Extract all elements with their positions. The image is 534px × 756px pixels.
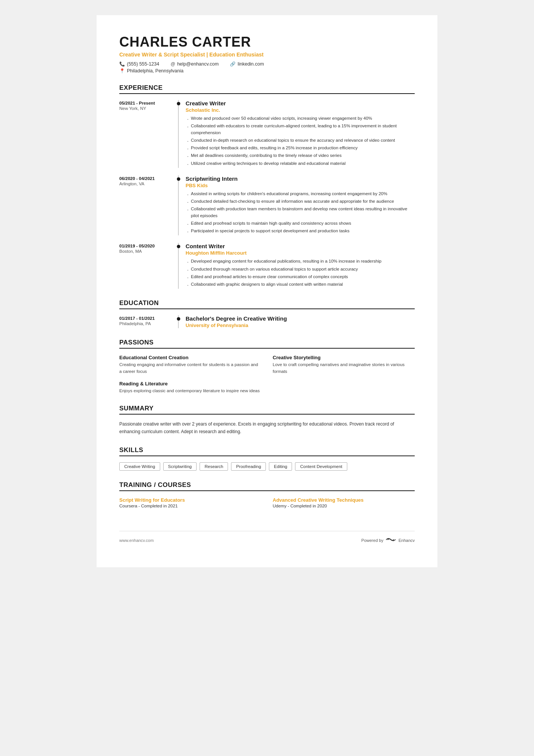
job-3-right: Content Writer Houghton Mifflin Harcourt… — [178, 243, 415, 289]
job-1-right: Creative Writer Scholastic Inc. Wrote an… — [178, 100, 415, 168]
footer: www.enhancv.com Powered by Enhancv — [119, 531, 415, 545]
job-3-date: 01/2019 - 05/2020 — [119, 244, 174, 248]
job-2: 06/2020 - 04/2021 Arlington, VA Scriptwr… — [119, 175, 415, 236]
training-section: TRAINING / COURSES Script Writing for Ed… — [119, 481, 415, 508]
skill-4: Editing — [269, 462, 292, 471]
footer-brand-name: Enhancv — [398, 538, 415, 543]
edu-right: Bachelor's Degree in Creative Writing Un… — [178, 315, 415, 328]
passion-0-desc: Creating engaging and informative conten… — [119, 362, 261, 375]
bullet: Participated in special projects to supp… — [186, 228, 415, 234]
edu-date: 01/2017 - 01/2021 — [119, 316, 174, 321]
job-2-left: 06/2020 - 04/2021 Arlington, VA — [119, 175, 178, 236]
linkedin-url: linkedin.com — [237, 61, 264, 67]
training-0: Script Writing for Educators Coursera - … — [119, 497, 261, 508]
passion-1: Creative Storytelling Love to craft comp… — [273, 355, 415, 375]
passions-grid: Educational Content Creation Creating en… — [119, 355, 415, 394]
passion-0-title: Educational Content Creation — [119, 355, 261, 360]
job-3: 01/2019 - 05/2020 Boston, MA Content Wri… — [119, 243, 415, 289]
location-icon: 📍 — [119, 68, 125, 74]
training-grid: Script Writing for Educators Coursera - … — [119, 497, 415, 508]
job-2-location: Arlington, VA — [119, 182, 174, 186]
location-row: 📍 Philadelphia, Pennsylvania — [119, 68, 415, 74]
passion-1-desc: Love to craft compelling narratives and … — [273, 362, 415, 375]
summary-section: SUMMARY Passionate creative writer with … — [119, 405, 415, 436]
contact-row: 📞 (555) 555-1234 @ help@enhancv.com 🔗 li… — [119, 61, 415, 67]
bullet: Assisted in writing scripts for children… — [186, 191, 415, 197]
candidate-title: Creative Writer & Script Specialist | Ed… — [119, 52, 415, 58]
training-1-name: Advanced Creative Writing Techniques — [273, 497, 415, 503]
job-1-location: New York, NY — [119, 106, 174, 111]
skill-3: Proofreading — [231, 462, 266, 471]
location-text: Philadelphia, Pennsylvania — [127, 68, 183, 74]
experience-section: EXPERIENCE 05/2021 - Present New York, N… — [119, 84, 415, 289]
passions-section: PASSIONS Educational Content Creation Cr… — [119, 339, 415, 394]
skill-0: Creative Writing — [119, 462, 160, 471]
email-contact: @ help@enhancv.com — [170, 61, 219, 67]
bullet: Utilized creative writing techniques to … — [186, 160, 415, 167]
education-heading: EDUCATION — [119, 299, 415, 309]
bullet: Provided script feedback and edits, resu… — [186, 145, 415, 151]
skill-2: Research — [200, 462, 228, 471]
skills-list: Creative Writing Scriptwriting Research … — [119, 462, 415, 471]
footer-website: www.enhancv.com — [119, 538, 154, 543]
experience-heading: EXPERIENCE — [119, 84, 415, 94]
phone-number: (555) 555-1234 — [127, 61, 159, 67]
job-3-left: 01/2019 - 05/2020 Boston, MA — [119, 243, 178, 289]
phone-contact: 📞 (555) 555-1234 — [119, 61, 159, 67]
edu-school: University of Pennsylvania — [186, 322, 415, 328]
training-1: Advanced Creative Writing Techniques Ude… — [273, 497, 415, 508]
edu-item-0: 01/2017 - 01/2021 Philadelphia, PA Bache… — [119, 315, 415, 328]
job-1-bullets: Wrote and produced over 50 educational v… — [186, 115, 415, 167]
bullet: Collaborated with graphic designers to a… — [186, 281, 415, 288]
job-3-bullets: Developed engaging content for education… — [186, 258, 415, 288]
bullet: Conducted thorough research on various e… — [186, 266, 415, 272]
header: CHARLES CARTER Creative Writer & Script … — [119, 34, 415, 74]
job-2-bullets: Assisted in writing scripts for children… — [186, 191, 415, 235]
bullet: Edited and proofread articles to ensure … — [186, 274, 415, 280]
bullet: Developed engaging content for education… — [186, 258, 415, 265]
job-3-location: Boston, MA — [119, 249, 174, 254]
passion-2-title: Reading & Literature — [119, 381, 261, 387]
training-heading: TRAINING / COURSES — [119, 481, 415, 491]
bullet: Edited and proofread scripts to maintain… — [186, 220, 415, 227]
summary-text: Passionate creative writer with over 2 y… — [119, 421, 415, 436]
training-0-name: Script Writing for Educators — [119, 497, 261, 503]
job-1-title: Creative Writer — [186, 100, 415, 106]
bullet: Conducted detailed fact-checking to ensu… — [186, 198, 415, 205]
skill-5: Content Development — [295, 462, 347, 471]
enhancv-logo-icon — [386, 537, 396, 545]
skills-heading: SKILLS — [119, 446, 415, 456]
footer-brand: Powered by Enhancv — [361, 537, 415, 545]
bullet: Collaborated with educators to create cu… — [186, 123, 415, 136]
bullet: Wrote and produced over 50 educational v… — [186, 115, 415, 122]
bullet: Collaborated with production team member… — [186, 206, 415, 219]
link-icon: 🔗 — [230, 61, 236, 67]
edu-left: 01/2017 - 01/2021 Philadelphia, PA — [119, 315, 178, 328]
skills-section: SKILLS Creative Writing Scriptwriting Re… — [119, 446, 415, 471]
edu-location: Philadelphia, PA — [119, 321, 174, 326]
candidate-name: CHARLES CARTER — [119, 34, 415, 50]
job-3-company: Houghton Mifflin Harcourt — [186, 250, 415, 256]
bullet: Met all deadlines consistently, contribu… — [186, 152, 415, 159]
passions-heading: PASSIONS — [119, 339, 415, 349]
edu-degree: Bachelor's Degree in Creative Writing — [186, 315, 415, 322]
passion-1-title: Creative Storytelling — [273, 355, 415, 360]
passion-2: Reading & Literature Enjoys exploring cl… — [119, 381, 261, 394]
resume-page: CHARLES CARTER Creative Writer & Script … — [97, 15, 437, 567]
job-2-date: 06/2020 - 04/2021 — [119, 176, 174, 181]
job-1: 05/2021 - Present New York, NY Creative … — [119, 100, 415, 168]
training-1-detail: Udemy - Completed in 2020 — [273, 504, 415, 508]
summary-heading: SUMMARY — [119, 405, 415, 415]
job-2-title: Scriptwriting Intern — [186, 175, 415, 182]
training-0-detail: Coursera - Completed in 2021 — [119, 504, 261, 508]
education-section: EDUCATION 01/2017 - 01/2021 Philadelphia… — [119, 299, 415, 328]
phone-icon: 📞 — [119, 61, 125, 67]
powered-by-label: Powered by — [361, 538, 383, 543]
linkedin-contact: 🔗 linkedin.com — [230, 61, 264, 67]
job-3-title: Content Writer — [186, 243, 415, 249]
job-2-company: PBS Kids — [186, 183, 415, 188]
skill-1: Scriptwriting — [163, 462, 197, 471]
passion-2-desc: Enjoys exploring classic and contemporar… — [119, 388, 261, 394]
job-1-company: Scholastic Inc. — [186, 107, 415, 113]
job-2-right: Scriptwriting Intern PBS Kids Assisted i… — [178, 175, 415, 236]
